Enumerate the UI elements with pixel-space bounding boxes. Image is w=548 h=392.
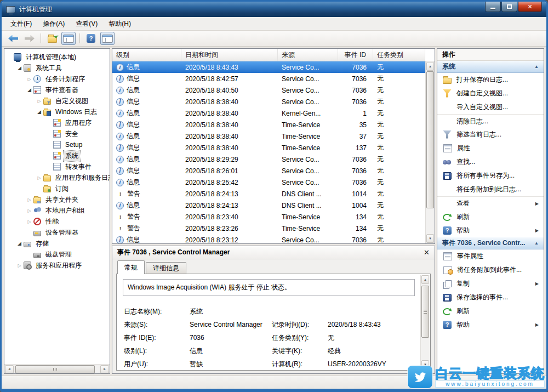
tree-item[interactable]: 系统: [4, 150, 110, 161]
action-item[interactable]: 创建自定义视图...: [437, 87, 544, 100]
expander-closed-icon[interactable]: ▷: [25, 197, 33, 202]
close-icon[interactable]: ✕: [424, 248, 430, 257]
tab-general[interactable]: 常规: [117, 260, 145, 274]
back-button[interactable]: [6, 32, 20, 45]
tree-item[interactable]: ◢系统工具: [4, 63, 110, 73]
event-row[interactable]: i信息2020/5/18 8:43:43Service Co...7036无: [112, 61, 425, 73]
event-row[interactable]: i信息2020/5/18 8:38:40Time-Service35无: [112, 119, 425, 130]
event-list-scrollbar[interactable]: ▲ ▼: [425, 61, 435, 243]
scroll-right-button[interactable]: ►: [100, 365, 109, 373]
tree-item[interactable]: 计算机管理(本地): [4, 52, 110, 63]
action-item[interactable]: 帮助▶: [437, 224, 544, 237]
tab-details[interactable]: 详细信息: [146, 262, 186, 274]
column-header-2[interactable]: 来源: [278, 49, 338, 61]
action-item[interactable]: 打开保存的日志...: [437, 73, 544, 87]
properties-icon: [443, 252, 452, 260]
action-item[interactable]: 保存选择的事件...: [437, 291, 544, 304]
expander-closed-icon[interactable]: ▷: [25, 208, 33, 213]
event-row[interactable]: !警告2020/5/18 8:24:13DNS Client ...1014无: [112, 188, 425, 200]
tree-item[interactable]: ▷自定义视图: [4, 95, 110, 106]
tree-item[interactable]: ▷性能: [4, 216, 110, 227]
tree-item[interactable]: ▷本地用户和组: [4, 205, 110, 216]
action-section-header-1[interactable]: 事件 7036 , Service Contr...▲: [437, 237, 544, 249]
tree-item[interactable]: ▷共享文件夹: [4, 194, 110, 205]
action-item[interactable]: 将任务附加到此日志...: [437, 183, 544, 196]
column-header-4[interactable]: 任务类别: [373, 49, 425, 61]
event-row[interactable]: !警告2020/5/18 8:23:26Time-Service134无: [112, 223, 425, 234]
detail-scrollbar[interactable]: ▲ ▼: [420, 275, 430, 370]
expander-closed-icon[interactable]: ▷: [25, 77, 33, 82]
event-row[interactable]: i信息2020/5/18 8:42:57Service Co...7036无: [112, 73, 425, 84]
expander-open-icon[interactable]: ◢: [15, 65, 24, 71]
expander-open-icon[interactable]: ◢: [15, 241, 24, 246]
tree-item[interactable]: ◢存储: [4, 238, 110, 249]
action-pane-toggle-button[interactable]: [100, 32, 115, 45]
event-row[interactable]: i信息2020/5/18 8:25:42Service Co...7036无: [112, 177, 425, 188]
tree-item[interactable]: 磁盘管理: [4, 249, 110, 260]
event-row[interactable]: !警告2020/5/18 8:23:40Time-Service134无: [112, 211, 425, 223]
action-item[interactable]: 将任务附加到此事件...: [437, 263, 544, 277]
expander-closed-icon[interactable]: ▷: [25, 219, 33, 224]
event-row[interactable]: i信息2020/5/18 8:24:13DNS Client ...1004无: [112, 200, 425, 211]
expander-closed-icon[interactable]: ▷: [35, 99, 43, 104]
menu-item-3[interactable]: 帮助(H): [103, 17, 136, 31]
menu-item-1[interactable]: 操作(A): [37, 17, 70, 31]
event-row[interactable]: i信息2020/5/18 8:38:40Time-Service37无: [112, 130, 425, 142]
expander-open-icon[interactable]: ◢: [25, 87, 33, 93]
column-header-0[interactable]: 级别: [112, 49, 181, 61]
action-item[interactable]: 刷新: [437, 210, 544, 224]
action-section-header-0[interactable]: 系统▲: [437, 61, 544, 73]
tree-item[interactable]: ▷应用程序和服务日志: [4, 172, 110, 183]
expander-open-icon[interactable]: ◢: [35, 109, 43, 115]
event-row[interactable]: i信息2020/5/18 8:38:40Time-Service137无: [112, 142, 425, 154]
scroll-left-button[interactable]: ◄: [5, 365, 14, 373]
event-row[interactable]: i信息2020/5/18 8:29:29Service Co...7036无: [112, 154, 425, 165]
event-row[interactable]: i信息2020/5/18 8:26:01Service Co...7036无: [112, 165, 425, 177]
maximize-button[interactable]: [501, 2, 517, 12]
scroll-up-button[interactable]: ▲: [421, 275, 429, 284]
help-button[interactable]: [84, 32, 98, 45]
column-header-1[interactable]: 日期和时间: [181, 49, 278, 61]
tree-item[interactable]: ◢Windows 日志: [4, 106, 110, 117]
tree-item[interactable]: ◢事件查看器: [4, 84, 110, 95]
tree-item[interactable]: Setup: [4, 139, 110, 150]
action-item[interactable]: 清除日志...: [437, 114, 544, 128]
event-row[interactable]: i信息2020/5/18 8:38:40Kernel-Gen...1无: [112, 107, 425, 119]
close-button[interactable]: ✕: [518, 2, 542, 12]
tree-item[interactable]: 订阅: [4, 183, 110, 194]
action-item[interactable]: 筛选当前日志...: [437, 128, 544, 141]
tree-item[interactable]: 安全: [4, 128, 110, 139]
scrollbar-thumb[interactable]: [426, 71, 434, 208]
action-item[interactable]: 将所有事件另存为...: [437, 169, 544, 183]
expander-closed-icon[interactable]: ▷: [35, 175, 43, 180]
scroll-down-button[interactable]: ▼: [426, 234, 434, 243]
console-tree-toggle-button[interactable]: [61, 32, 76, 45]
action-item[interactable]: 帮助▶: [437, 318, 544, 332]
action-item[interactable]: 查找...: [437, 155, 544, 169]
export-list-button[interactable]: [45, 32, 59, 45]
menu-item-2[interactable]: 查看(V): [70, 17, 103, 31]
event-row[interactable]: i信息2020/5/18 8:38:40Service Co...7036无: [112, 96, 425, 107]
scrollbar-thumb[interactable]: [421, 286, 429, 338]
tree-item[interactable]: 设备管理器: [4, 227, 110, 238]
forward-button[interactable]: [22, 32, 37, 45]
minimize-button[interactable]: [485, 2, 501, 12]
expander-closed-icon[interactable]: ▷: [15, 263, 24, 268]
tree-horizontal-scrollbar[interactable]: ◄ ►: [4, 364, 110, 373]
action-item[interactable]: 刷新: [437, 304, 544, 318]
action-item[interactable]: 事件属性: [437, 249, 544, 263]
action-item[interactable]: 导入自定义视图...: [437, 100, 544, 114]
tree-item[interactable]: 应用程序: [4, 117, 110, 128]
scroll-up-button[interactable]: ▲: [426, 62, 434, 71]
action-item[interactable]: 复制▶: [437, 277, 544, 291]
event-row[interactable]: i信息2020/5/18 8:40:50Service Co...7036无: [112, 84, 425, 96]
tree-item[interactable]: 转发事件: [4, 161, 110, 172]
scrollbar-thumb[interactable]: [15, 365, 95, 373]
column-header-3[interactable]: 事件 ID: [338, 49, 373, 61]
action-item[interactable]: 属性: [437, 141, 544, 155]
event-row[interactable]: i信息2020/5/18 8:23:12Service Co...7036无: [112, 234, 425, 243]
action-item[interactable]: 查看▶: [437, 196, 544, 210]
tree-item[interactable]: ▷任务计划程序: [4, 73, 110, 84]
tree-item[interactable]: ▷服务和应用程序: [4, 260, 110, 271]
menu-item-0[interactable]: 文件(F): [5, 17, 37, 31]
